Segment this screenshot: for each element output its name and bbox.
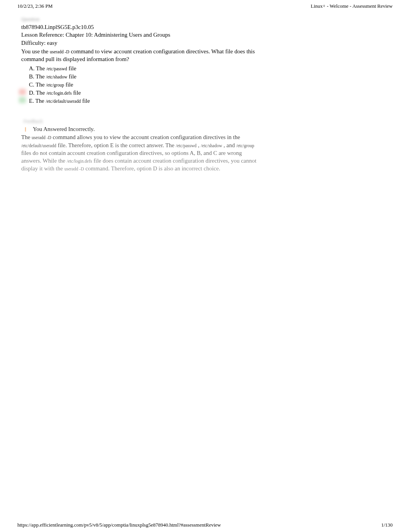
page-footer: https://app.efficientlearning.com/pv5/v8… xyxy=(17,522,393,528)
feedback-section: Feedback You Answered Incorrectly. The u… xyxy=(21,118,259,172)
header-title: Linux+ - Welcome - Assessment Review xyxy=(311,3,393,9)
question-stem: You use the useradd -D command to view a… xyxy=(21,48,266,63)
option-e: E. The /etc/default/useradd file xyxy=(21,97,266,105)
page-header: 10/2/23, 2:36 PM Linux+ - Welcome - Asse… xyxy=(0,0,410,9)
feedback-header: You Answered Incorrectly. xyxy=(21,126,259,133)
feedback-title: You Answered Incorrectly. xyxy=(33,126,95,133)
option-c: C. The /etc/group file xyxy=(21,81,266,89)
main-content: Question tb878940.LinplSG5E.p3c10.05 Les… xyxy=(0,9,266,173)
footer-page: 1/130 xyxy=(381,522,393,528)
correct-marker-icon xyxy=(19,97,26,103)
question-id: tb878940.LinplSG5E.p3c10.05 xyxy=(21,23,266,31)
wrong-marker-icon xyxy=(19,89,26,95)
footer-url: https://app.efficientlearning.com/pv5/v8… xyxy=(17,522,221,528)
option-a: A. The /etc/passwd file xyxy=(21,65,266,73)
difficulty: Difficulty: easy xyxy=(21,39,266,47)
incorrect-icon xyxy=(24,127,27,132)
question-label-blurred: Question xyxy=(21,16,266,22)
feedback-explanation: The useradd -D command allows you to vie… xyxy=(21,133,259,172)
header-timestamp: 10/2/23, 2:36 PM xyxy=(17,3,53,9)
options-list: A. The /etc/passwd file B. The /etc/shad… xyxy=(21,65,266,105)
feedback-label-blurred: Feedback xyxy=(24,118,259,124)
lesson-reference: Lesson Reference: Chapter 10: Administer… xyxy=(21,31,266,39)
option-b: B. The /etc/shadow file xyxy=(21,73,266,81)
option-d: D. The /etc/login.defs file xyxy=(21,89,266,97)
